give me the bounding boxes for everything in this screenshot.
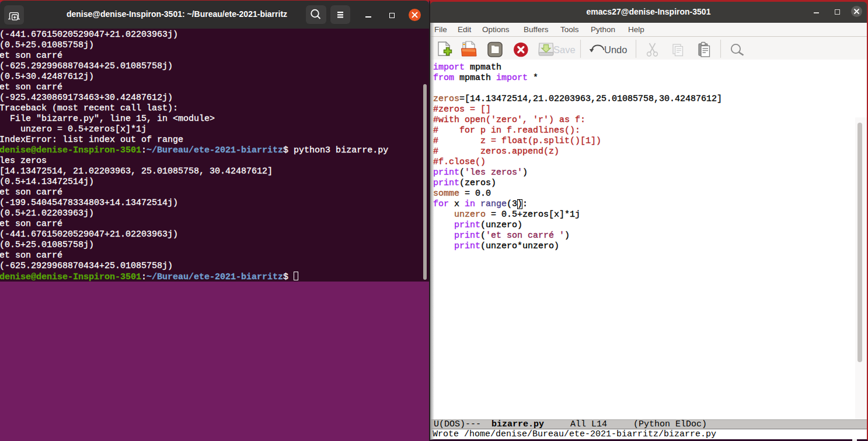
svg-text:Save: Save bbox=[553, 44, 576, 55]
svg-text:Undo: Undo bbox=[604, 44, 627, 55]
